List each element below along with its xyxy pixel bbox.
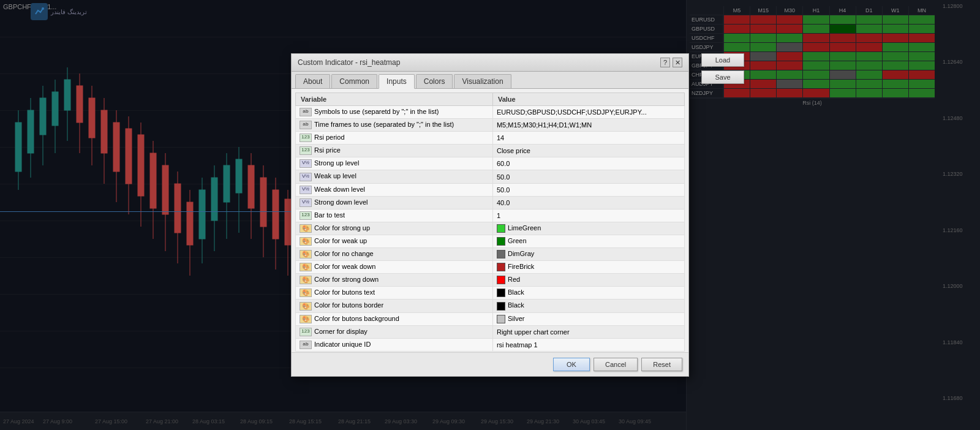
dialog-title: Custom Indicator - rsi_heatmap (298, 58, 400, 67)
params-table: Variable Value abSymbols to use (separet… (295, 92, 685, 352)
tabs-bar: About Common Inputs Colors Visualization (292, 72, 688, 89)
save-button[interactable]: Save (701, 70, 744, 84)
table-row-var-15: 🎨Color for butons border (296, 300, 493, 312)
table-row-var-10: 🎨Color for weak up (296, 235, 493, 247)
load-button[interactable]: Load (701, 53, 744, 67)
row-icon-5: V½ (300, 173, 312, 181)
table-row-val-9[interactable]: LimeGreen (492, 222, 684, 235)
table-row-val-12[interactable]: FireBrick (492, 261, 684, 274)
ok-button[interactable]: OK (553, 358, 590, 371)
row-icon-6: V½ (300, 186, 312, 194)
tab-visualization[interactable]: Visualization (454, 74, 511, 88)
row-icon-11: 🎨 (300, 250, 312, 258)
table-row-val-0[interactable]: EURUSD;GBPUSD;USDCHF;USDJPY;EURJPY... (492, 106, 684, 119)
row-icon-10: 🎨 (300, 237, 312, 246)
row-icon-14: 🎨 (300, 289, 312, 297)
tab-inputs[interactable]: Inputs (379, 74, 415, 89)
table-row-var-14: 🎨Color for butons text (296, 287, 493, 300)
table-row-val-15[interactable]: Black (492, 300, 684, 312)
tab-common[interactable]: Common (331, 74, 377, 88)
color-swatch-16 (497, 315, 505, 323)
table-row-val-13[interactable]: Red (492, 274, 684, 287)
row-icon-12: 🎨 (300, 263, 312, 271)
table-row-var-16: 🎨Color for butons background (296, 312, 493, 325)
row-icon-15: 🎨 (300, 302, 312, 311)
row-icon-9: 🎨 (300, 224, 312, 233)
table-row-var-13: 🎨Color for strong down (296, 274, 493, 287)
row-icon-8: 123 (300, 211, 312, 220)
dialog-help-button[interactable]: ? (660, 58, 670, 67)
dialog-controls: ? ✕ (660, 58, 682, 67)
table-row-var-4: V½Strong up level (296, 157, 493, 170)
color-swatch-10 (497, 237, 505, 246)
table-row-var-6: V½Weak down level (296, 183, 493, 196)
dialog-titlebar: Custom Indicator - rsi_heatmap ? ✕ (292, 54, 688, 72)
color-swatch-12 (497, 263, 505, 271)
reset-button[interactable]: Reset (641, 358, 682, 371)
table-row-val-2[interactable]: 14 (492, 132, 684, 145)
side-buttons: Load Save (701, 53, 744, 84)
table-row-var-1: abTime frames to use (separated by ";" i… (296, 119, 493, 132)
table-row-var-3: 123Rsi price (296, 145, 493, 157)
table-row-val-1[interactable]: M5;M15;M30;H1;H4;D1;W1;MN (492, 119, 684, 132)
table-row-var-9: 🎨Color for strong up (296, 222, 493, 235)
table-row-val-7[interactable]: 40.0 (492, 196, 684, 209)
row-icon-16: 🎨 (300, 315, 312, 323)
row-icon-2: 123 (300, 134, 312, 142)
table-row-var-17: 123Corner for display (296, 325, 493, 338)
dialog-wrapper: Custom Indicator - rsi_heatmap ? ✕ About… (291, 53, 689, 377)
col-value-header: Value (492, 93, 684, 106)
color-swatch-15 (497, 302, 505, 311)
dialog-footer: OK Cancel Reset (292, 352, 688, 376)
row-icon-3: 123 (300, 146, 312, 155)
color-swatch-13 (497, 276, 505, 284)
table-row-val-18[interactable]: rsi heatmap 1 (492, 338, 684, 351)
table-row-val-3[interactable]: Close price (492, 145, 684, 157)
col-variable-header: Variable (296, 93, 493, 106)
cancel-button[interactable]: Cancel (594, 358, 638, 371)
row-icon-7: V½ (300, 198, 312, 207)
tab-colors[interactable]: Colors (416, 74, 453, 88)
table-row-val-11[interactable]: DimGray (492, 248, 684, 261)
color-swatch-9 (497, 224, 505, 233)
row-icon-17: 123 (300, 328, 312, 336)
row-icon-18: ab (300, 341, 312, 349)
row-icon-1: ab (300, 121, 312, 129)
color-swatch-14 (497, 289, 505, 297)
table-row-val-16[interactable]: Silver (492, 312, 684, 325)
table-row-var-2: 123Rsi period (296, 132, 493, 145)
table-row-var-7: V½Strong down level (296, 196, 493, 209)
table-row-val-5[interactable]: 50.0 (492, 170, 684, 183)
table-row-var-5: V½Weak up level (296, 170, 493, 183)
row-icon-0: ab (300, 108, 312, 116)
table-row-var-12: 🎨Color for weak down (296, 261, 493, 274)
table-row-val-10[interactable]: Green (492, 235, 684, 247)
row-icon-4: V½ (300, 159, 312, 168)
table-row-val-8[interactable]: 1 (492, 209, 684, 222)
params-table-container: Variable Value abSymbols to use (separet… (292, 89, 688, 352)
modal-overlay: Custom Indicator - rsi_heatmap ? ✕ About… (0, 0, 980, 430)
params-tbody: abSymbols to use (separetd by ";" in the… (296, 106, 685, 352)
dialog-close-button[interactable]: ✕ (673, 58, 682, 67)
table-row-var-18: abIndicator unique ID (296, 338, 493, 351)
dialog: Custom Indicator - rsi_heatmap ? ✕ About… (291, 53, 689, 377)
color-swatch-11 (497, 250, 505, 258)
table-row-val-17[interactable]: Right upper chart corner (492, 325, 684, 338)
table-row-val-14[interactable]: Black (492, 287, 684, 300)
table-row-val-4[interactable]: 60.0 (492, 157, 684, 170)
table-row-var-8: 123Bar to test (296, 209, 493, 222)
table-row-val-6[interactable]: 50.0 (492, 183, 684, 196)
table-row-var-11: 🎨Color for no change (296, 248, 493, 261)
tab-about[interactable]: About (295, 74, 330, 88)
table-row-var-0: abSymbols to use (separetd by ";" in the… (296, 106, 493, 119)
row-icon-13: 🎨 (300, 276, 312, 284)
